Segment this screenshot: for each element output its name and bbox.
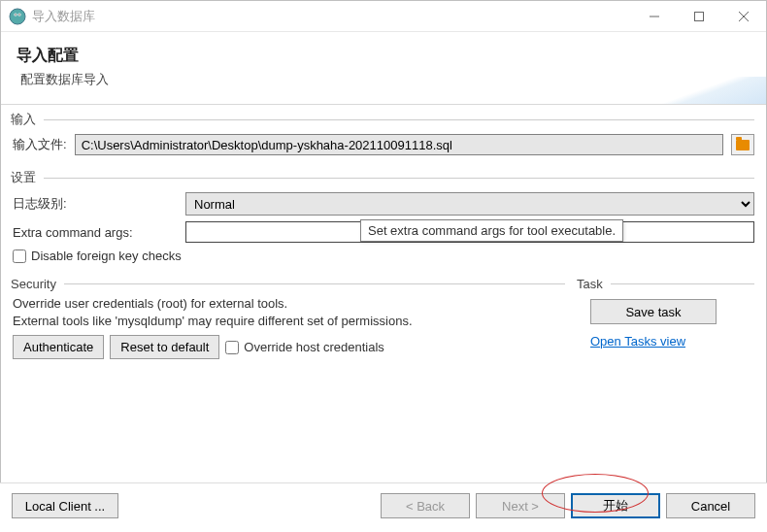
minimize-button[interactable] xyxy=(632,1,677,32)
next-button: Next > xyxy=(476,493,565,518)
folder-icon xyxy=(736,140,750,150)
settings-group-legend: 设置 xyxy=(11,169,756,186)
open-tasks-view-link[interactable]: Open Tasks view xyxy=(590,334,749,349)
security-group-legend: Security xyxy=(11,277,567,291)
save-task-button[interactable]: Save task xyxy=(590,299,717,324)
window-title: 导入数据库 xyxy=(32,8,632,25)
input-file-field[interactable] xyxy=(75,134,723,155)
loglevel-select[interactable]: Normal xyxy=(185,192,754,216)
cancel-button[interactable]: Cancel xyxy=(666,493,755,518)
input-group: 输入 输入文件: xyxy=(11,111,756,163)
svg-point-4 xyxy=(18,14,19,15)
local-client-button[interactable]: Local Client ... xyxy=(12,493,118,518)
svg-rect-6 xyxy=(695,12,704,20)
security-group: Security Override user credentials (root… xyxy=(11,277,567,365)
dialog-heading: 导入配置 xyxy=(17,46,750,66)
browse-button[interactable] xyxy=(731,134,754,155)
task-group-legend: Task xyxy=(577,277,756,291)
start-button[interactable]: 开始 xyxy=(571,493,660,518)
task-group: Task Save task Open Tasks view xyxy=(577,277,756,365)
override-host-checkbox-input[interactable] xyxy=(225,341,239,354)
dialog-header: 导入配置 配置数据库导入 xyxy=(1,32,766,105)
title-bar: 导入数据库 xyxy=(1,1,766,32)
authenticate-button[interactable]: Authenticate xyxy=(13,335,104,359)
back-button: < Back xyxy=(381,493,470,518)
security-desc-line2: External tools like 'mysqldump' may requ… xyxy=(13,313,565,330)
input-file-label: 输入文件: xyxy=(13,136,67,153)
close-button[interactable] xyxy=(721,1,766,32)
extra-args-tooltip: Set extra command args for tool executab… xyxy=(360,219,623,242)
dialog-footer: Local Client ... < Back Next > 开始 Cancel xyxy=(0,482,767,532)
disable-fk-checkbox-input[interactable] xyxy=(13,249,26,263)
override-host-checkbox[interactable]: Override host credentials xyxy=(225,340,384,354)
svg-point-3 xyxy=(15,14,16,15)
settings-group: 设置 日志级别: Normal Extra command args: Disa… xyxy=(11,169,756,271)
extra-args-label: Extra command args: xyxy=(13,225,178,240)
svg-point-0 xyxy=(10,9,25,24)
disable-fk-label: Disable foreign key checks xyxy=(31,249,182,263)
maximize-button[interactable] xyxy=(677,1,721,32)
input-group-legend: 输入 xyxy=(11,111,756,128)
dialog-subtitle: 配置数据库导入 xyxy=(17,72,750,88)
app-icon xyxy=(9,8,26,25)
override-host-label: Override host credentials xyxy=(244,340,384,354)
reset-to-default-button[interactable]: Reset to default xyxy=(110,335,219,359)
loglevel-label: 日志级别: xyxy=(13,195,178,213)
security-desc-line1: Override user credentials (root) for ext… xyxy=(13,295,565,313)
disable-fk-checkbox[interactable]: Disable foreign key checks xyxy=(13,249,182,263)
window-controls xyxy=(632,1,766,32)
